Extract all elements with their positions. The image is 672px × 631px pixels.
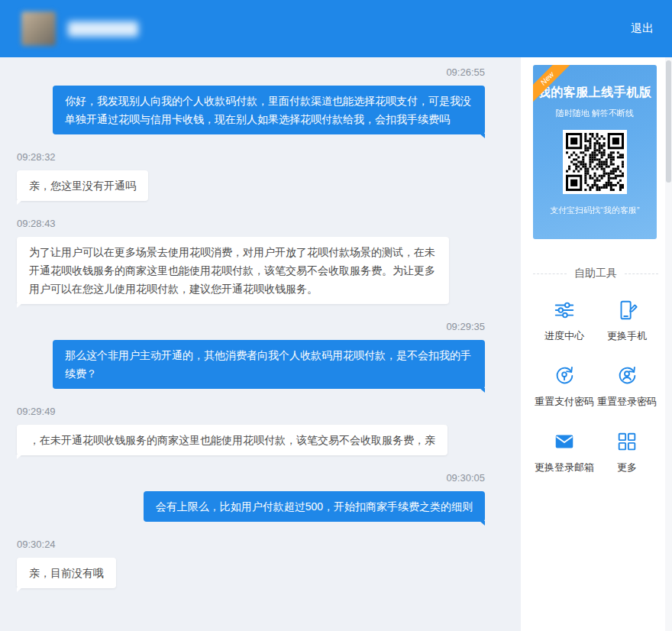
- sidebar: New 我的客服上线手机版 随时随地 解答不断线 支付宝扫码找“我的客服” 自助…: [521, 57, 672, 631]
- app-header: 退出: [0, 0, 672, 57]
- message-bubble: 你好，我发现别人向我的个人收款码付款，里面付款渠道也能选择花呗支付，可是我没单独…: [53, 86, 485, 134]
- message-timestamp: 09:30:05: [0, 472, 521, 484]
- tool-label: 重置登录密码: [596, 395, 658, 409]
- tool-label: 重置支付密码: [533, 395, 596, 409]
- tool-reset-pay-password[interactable]: 重置支付密码: [533, 364, 596, 409]
- promo-title: 我的客服上线手机版: [533, 85, 657, 101]
- qr-code-svg: [566, 133, 624, 191]
- message-bubble: 那么这个非用户主动开通的，其他消费者向我个人收款码用花呗付款，是不会扣我的手续费…: [53, 340, 485, 389]
- message-timestamp: 09:29:49: [0, 406, 521, 417]
- tool-reset-login-password[interactable]: 重置登录密码: [596, 364, 658, 409]
- chat-message: 09:26:55 你好，我发现别人向我的个人收款码付款，里面付款渠道也能选择花呗…: [0, 66, 521, 134]
- window-scrollbar[interactable]: [665, 57, 672, 631]
- message-bubble: 亲，目前没有哦: [17, 558, 116, 588]
- tool-progress-center[interactable]: 进度中心: [533, 299, 596, 343]
- mail-icon: [553, 430, 576, 453]
- chat-panel: 09:26:55 你好，我发现别人向我的个人收款码付款，里面付款渠道也能选择花呗…: [0, 57, 521, 631]
- message-timestamp: 09:29:35: [0, 321, 521, 332]
- mobile-edit-icon: [615, 299, 638, 322]
- chat-message: 09:29:49 ，在未开通花呗收钱服务的商家这里也能使用花呗付款，该笔交易不会…: [0, 406, 521, 455]
- more-grid-icon: [615, 430, 638, 453]
- tool-label: 更多: [596, 461, 658, 474]
- message-bubble: 亲，您这里没有开通吗: [17, 170, 148, 201]
- tool-label: 更换手机: [596, 329, 658, 343]
- reset-login-password-icon: [615, 364, 638, 387]
- message-timestamp: 09:26:55: [0, 66, 521, 78]
- window-title-blurred: [68, 21, 138, 37]
- chat-message: 09:29:35 那么这个非用户主动开通的，其他消费者向我个人收款码用花呗付款，…: [0, 321, 521, 389]
- tools-grid: 进度中心 更换手机: [533, 299, 658, 474]
- logout-button[interactable]: 退出: [628, 17, 657, 40]
- promo-card: New 我的客服上线手机版 随时随地 解答不断线 支付宝扫码找“我的客服”: [533, 65, 657, 239]
- avatar: [21, 11, 56, 46]
- message-timestamp: 09:28:32: [0, 151, 521, 163]
- message-timestamp: 09:28:43: [0, 218, 521, 229]
- message-timestamp: 09:30:24: [0, 539, 521, 550]
- tool-label: 进度中心: [533, 329, 596, 343]
- chat-message: 09:28:32 亲，您这里没有开通吗: [0, 151, 521, 201]
- chat-message: 09:30:24 亲，目前没有哦: [0, 539, 521, 588]
- message-bubble: 为了让用户可以在更多场景去使用花呗消费，对用户开放了花呗付款场景的测试，在未开通…: [17, 237, 449, 304]
- promo-footer: 支付宝扫码找“我的客服”: [533, 205, 657, 216]
- sliders-icon: [553, 299, 576, 322]
- message-bubble: 会有上限么，比如用户付款超过500，开始扣商家手续费之类的细则: [144, 491, 485, 522]
- qr-code: [563, 130, 627, 194]
- reset-pay-password-icon: [553, 364, 576, 387]
- chat-message: 09:28:43 为了让用户可以在更多场景去使用花呗消费，对用户开放了花呗付款场…: [0, 218, 521, 304]
- tool-label: 更换登录邮箱: [533, 461, 596, 474]
- tool-change-phone[interactable]: 更换手机: [596, 299, 658, 343]
- promo-subtitle: 随时随地 解答不断线: [533, 108, 657, 119]
- tool-change-email[interactable]: 更换登录邮箱: [533, 430, 596, 474]
- scrollbar-thumb[interactable]: [666, 60, 671, 183]
- tool-more[interactable]: 更多: [596, 430, 658, 474]
- chat-message: 09:30:05 会有上限么，比如用户付款超过500，开始扣商家手续费之类的细则: [0, 472, 521, 522]
- message-bubble: ，在未开通花呗收钱服务的商家这里也能使用花呗付款，该笔交易不会收取服务费，亲: [17, 425, 447, 455]
- tools-section-title: 自助工具: [533, 267, 658, 280]
